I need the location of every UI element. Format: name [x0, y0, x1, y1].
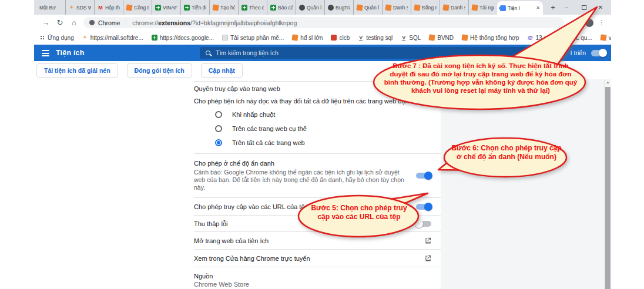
- error-collection-row: Thu thập lỗi: [194, 215, 441, 231]
- external-link-icon: [425, 237, 431, 244]
- radio-icon[interactable]: [215, 125, 222, 132]
- bookmark-favicon: [527, 35, 533, 41]
- tab-favicon: [442, 4, 449, 11]
- reload-icon[interactable]: ↻: [53, 18, 67, 27]
- external-link-icon: [425, 255, 431, 261]
- site-access-section: Quyền truy cập vào trang web Cho phép ti…: [194, 81, 441, 153]
- bookmark-item[interactable]: SQL: [401, 35, 421, 41]
- site-access-header: Quyền truy cập vào trang web: [194, 85, 441, 92]
- window-close-button[interactable]: ✕: [592, 0, 609, 15]
- bookmark-favicon: [82, 35, 88, 41]
- browser-tab[interactable]: Hộp thư ✕: [94, 0, 123, 15]
- file-urls-label: Cho phép truy cập vào các URL của tệp: [194, 203, 308, 210]
- browser-tab[interactable]: Công ty ✕: [123, 0, 152, 15]
- bookmark-item[interactable]: hđ sl lớn: [292, 35, 323, 41]
- browser-tab[interactable]: Quản lý ✕: [353, 0, 382, 15]
- hamburger-menu-icon[interactable]: [42, 50, 49, 58]
- bookmark-star-icon[interactable]: ☆: [570, 19, 582, 27]
- tab-favicon: [500, 5, 506, 11]
- external-links: Mở trang web của tiện ích Xem trong Cửa …: [194, 231, 441, 267]
- bookmark-favicon: [152, 35, 157, 41]
- tab-close-icon[interactable]: ✕: [536, 5, 540, 11]
- browser-menu-icon[interactable]: ⋮: [597, 19, 606, 26]
- browser-tab[interactable]: Báo cáo ✕: [267, 0, 296, 15]
- incognito-label: Cho phép ở chế độ ẩn danh: [194, 160, 410, 167]
- forward-icon[interactable]: →: [39, 18, 53, 27]
- bookmark-favicon: [461, 34, 468, 41]
- browser-tab[interactable]: SDS We ✕: [65, 0, 94, 15]
- tab-favicon: [98, 5, 103, 11]
- bookmark-favicon: [222, 35, 228, 41]
- developer-mode-toggle[interactable]: [591, 50, 606, 56]
- bookmark-favicon: [292, 34, 298, 41]
- omnibox-separator: [126, 19, 126, 26]
- file-urls-toggle[interactable]: [416, 204, 431, 210]
- search-input[interactable]: [216, 49, 544, 56]
- new-tab-button[interactable]: +: [548, 2, 558, 12]
- window-minimize-button[interactable]: –: [558, 0, 575, 15]
- radio-icon[interactable]: [215, 111, 222, 118]
- incognito-toggle[interactable]: [416, 173, 431, 179]
- screenshot-stage: Một Bư ✕ SDS We ✕ Hộp thư ✕ Công ty ✕ VI: [0, 0, 644, 289]
- site-access-desc: Cho phép tiện ích này đọc và thay đổi tấ…: [194, 98, 441, 105]
- browser-tab[interactable]: VINAFR ✕: [152, 0, 180, 15]
- external-link-row[interactable]: Mở trang web của tiện ích: [194, 231, 441, 249]
- window-maximize-button[interactable]: [576, 0, 592, 15]
- error-collection-toggle[interactable]: [416, 221, 431, 227]
- scrollbar[interactable]: ▲: [604, 79, 611, 289]
- extensions-toolbar: Tải tiện ích đã giải nénĐóng gói tiện íc…: [34, 61, 611, 79]
- bookmark-item[interactable]: cicb: [331, 35, 350, 41]
- incognito-row: Cho phép ở chế độ ẩn danh Cảnh báo: Goog…: [194, 153, 441, 197]
- bookmark-item[interactable]: 13 câu lệnh SQL qu...: [527, 35, 592, 41]
- bookmark-item[interactable]: Tải setup phần mề...: [222, 35, 284, 41]
- external-link-row[interactable]: Xem trong Cửa hàng Chrome trực tuyến: [194, 249, 441, 267]
- toolbar-button[interactable]: Tải tiện ích đã giải nén: [36, 63, 118, 78]
- developer-mode-label: t triển: [571, 49, 586, 56]
- tab-favicon: [126, 4, 132, 11]
- browser-tab[interactable]: Một Bư ✕: [36, 0, 65, 15]
- toolbar-button[interactable]: Cập nhật: [201, 63, 243, 78]
- browser-tab[interactable]: Danh sá ✕: [382, 0, 411, 15]
- bookmark-item[interactable]: vinafriegth: [601, 35, 611, 41]
- browser-tab[interactable]: Đăng nh ✕: [411, 0, 440, 15]
- browser-tab[interactable]: Tiện í ✕: [497, 1, 543, 15]
- scroll-up-icon[interactable]: ▲: [605, 80, 611, 84]
- bookmark-item[interactable]: BVND: [429, 35, 454, 41]
- maximize-icon: [582, 5, 586, 10]
- tab-favicon: [299, 5, 305, 11]
- profile-avatar[interactable]: [585, 19, 593, 27]
- bookmark-favicon: [401, 35, 407, 41]
- browser-tab[interactable]: BugTrac ✕: [324, 0, 353, 15]
- home-icon[interactable]: ⌂: [67, 18, 81, 27]
- site-icon: [89, 20, 95, 25]
- source-section: Nguồn Chrome Web Store: [194, 267, 441, 289]
- browser-tab[interactable]: Quản lý ✕: [296, 0, 324, 15]
- radio-option[interactable]: Trên tất cả các trang web: [194, 136, 441, 150]
- tab-favicon: [356, 4, 363, 11]
- extensions-search-box[interactable]: [200, 47, 549, 59]
- bookmark-favicon: [331, 35, 337, 41]
- browser-tab[interactable]: Theo dõ ✕: [238, 0, 267, 15]
- radio-option[interactable]: Trên các trang web cụ thể: [194, 122, 441, 136]
- omnibox[interactable]: Chrome chrome://extensions/?id=bkfagmnjm…: [83, 17, 564, 28]
- bookmark-item[interactable]: Ứng dụng: [40, 35, 74, 41]
- browser-tab[interactable]: Danh sá ✕: [440, 0, 468, 15]
- bookmark-item[interactable]: Hệ thống tổng hợp: [462, 35, 519, 41]
- bookmark-item[interactable]: https://mail.softdre...: [82, 35, 143, 41]
- url-text: chrome://extensions/?id=bkfagmnjmfjalbba…: [132, 19, 297, 26]
- bookmark-item[interactable]: testing sql: [358, 35, 393, 41]
- tab-favicon: [385, 4, 391, 11]
- bookmark-item[interactable]: https://docs.google...: [152, 35, 214, 41]
- tab-favicon: [270, 5, 276, 11]
- scrollbar-thumb[interactable]: [605, 87, 611, 289]
- browser-tab[interactable]: Tiến độ ✕: [180, 0, 209, 15]
- search-icon: [206, 51, 210, 55]
- radio-icon[interactable]: [215, 139, 222, 146]
- toolbar-button[interactable]: Đóng gói tiện ích: [127, 63, 192, 78]
- browser-window: Một Bư ✕ SDS We ✕ Hộp thư ✕ Công ty ✕ VI: [34, 0, 611, 289]
- browser-tab[interactable]: Tạo hóa ✕: [209, 0, 238, 15]
- browser-tab[interactable]: Tài ngu ✕: [468, 0, 497, 15]
- radio-option[interactable]: Khi nhấp chuột: [194, 107, 441, 122]
- source-value: Chrome Web Store: [194, 280, 441, 288]
- bookmark-favicon: [358, 35, 364, 41]
